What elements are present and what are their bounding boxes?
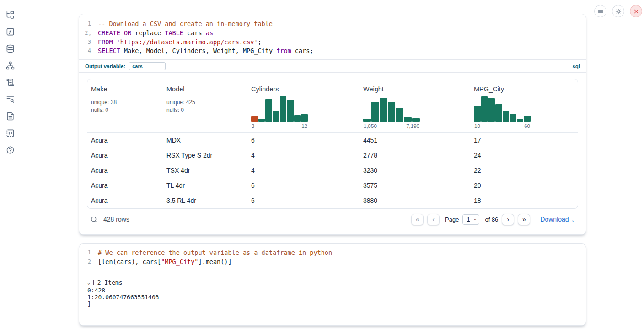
table-cell[interactable]: 3880 [360, 193, 470, 208]
code-line[interactable]: 4SELECT Make, Model, Cylinders, Weight, … [79, 47, 586, 56]
language-badge: sql [572, 63, 580, 69]
table-body: AcuraMDX6445117AcuraRSX Type S 2dr427782… [87, 133, 578, 208]
settings-gear-icon[interactable] [612, 5, 624, 17]
fold-chevron-icon[interactable]: ⌄ [89, 32, 91, 36]
histogram-bar [396, 108, 403, 122]
table-row[interactable]: AcuraTL 4dr6357520 [87, 178, 578, 193]
table-cell[interactable]: 22 [470, 163, 578, 178]
item-key: 1: [87, 294, 95, 301]
table-cell[interactable]: Acura [87, 163, 163, 178]
dependencies-icon[interactable] [6, 61, 15, 70]
functions-icon[interactable] [6, 27, 15, 36]
scratchpad-icon[interactable] [6, 78, 15, 87]
code-line[interactable]: 3FROM 'https://datasets.marimo.app/cars.… [79, 38, 586, 47]
column-header[interactable]: Weight1,8507,190 [360, 79, 470, 133]
histogram-bar [404, 117, 412, 122]
table-cell[interactable]: MDX [163, 133, 247, 148]
code-line[interactable]: 2[len(cars), cars["MPG_City"].mean()] [79, 258, 586, 267]
line-number: 1 [88, 248, 91, 258]
stat-line: nulls: 0 [166, 106, 244, 114]
snippets-icon[interactable] [6, 129, 15, 137]
items-count-label: 2 Items [97, 279, 123, 286]
histogram-bar [363, 119, 371, 122]
table-cell[interactable]: 4451 [360, 133, 470, 148]
histogram-bar [388, 102, 396, 122]
table-row[interactable]: AcuraRSX Type S 2dr4277824 [87, 148, 578, 163]
table-cell[interactable]: 17 [470, 133, 578, 148]
item-value: 428 [95, 287, 105, 294]
pagination: « ‹ Page 1 ⌄ of 86 › » Download ⌄ [411, 214, 575, 225]
line-number-gutter: 3 [79, 38, 93, 47]
table-row[interactable]: Acura3.5 RL 4dr6388018 [87, 193, 578, 208]
table-cell[interactable]: 20 [470, 178, 578, 193]
histogram-bar [265, 99, 272, 122]
histogram-bar [294, 115, 301, 122]
next-page-button[interactable]: › [502, 214, 514, 225]
download-label: Download [540, 216, 569, 223]
close-bracket: ] [87, 301, 578, 307]
menu-button[interactable] [594, 5, 606, 17]
stat-line: unique: 38 [91, 99, 159, 106]
histogram-bar [273, 111, 279, 122]
documentation-icon[interactable] [6, 112, 15, 121]
column-header[interactable]: Makeunique: 38nulls: 0 [87, 79, 163, 133]
axis-min-label: 10 [474, 123, 480, 129]
table-cell[interactable]: TL 4dr [163, 178, 247, 193]
logs-icon[interactable] [6, 95, 15, 104]
python-code-editor[interactable]: 1# We can reference the output variable … [79, 244, 586, 271]
line-number: 2 [88, 258, 91, 267]
first-page-button[interactable]: « [411, 214, 424, 225]
table-cell[interactable]: Acura [87, 133, 163, 148]
code-text: FROM 'https://datasets.marimo.app/cars.c… [93, 38, 262, 47]
axis-max-label: 7,190 [406, 123, 419, 129]
help-icon[interactable] [6, 146, 15, 154]
column-histogram: 1,8507,190 [363, 96, 420, 129]
column-header[interactable]: MPG_City1060 [470, 79, 578, 133]
download-button[interactable]: Download ⌄ [540, 216, 575, 223]
sql-output-area: Makeunique: 38nulls: 0Modelunique: 425nu… [79, 73, 586, 230]
datasources-icon[interactable] [6, 44, 15, 53]
code-line[interactable]: 1# We can reference the output variable … [79, 248, 586, 258]
table-cell[interactable]: Acura [87, 148, 163, 163]
table-cell[interactable]: 24 [470, 148, 578, 163]
histogram-axis: 312 [251, 123, 308, 129]
line-number-gutter: 2 [79, 258, 93, 267]
table-row[interactable]: AcuraMDX6445117 [87, 133, 578, 148]
table-cell[interactable]: 3575 [360, 178, 470, 193]
collapse-chevron-icon[interactable]: ⌄ [87, 280, 90, 285]
histogram-bar [301, 114, 308, 122]
table-cell[interactable]: 6 [247, 133, 360, 148]
table-cell[interactable]: 6 [247, 178, 360, 193]
table-cell[interactable]: 3.5 RL 4dr [163, 193, 247, 208]
shutdown-close-icon[interactable] [630, 5, 642, 17]
table-cell[interactable]: 6 [247, 193, 360, 208]
cars-data-table: Makeunique: 38nulls: 0Modelunique: 425nu… [87, 79, 578, 209]
page-select[interactable]: 1 ⌄ [462, 214, 479, 225]
sql-code-editor[interactable]: 1-- Download a CSV and create an in-memo… [79, 14, 586, 59]
table-cell[interactable]: 4 [247, 148, 360, 163]
list-item: 1:20.060747663551403 [87, 294, 578, 301]
table-row[interactable]: AcuraTSX 4dr4323022 [87, 163, 578, 178]
last-page-button[interactable]: » [518, 214, 530, 225]
file-tree-icon[interactable] [6, 11, 15, 19]
histogram-bar [251, 116, 258, 122]
code-line[interactable]: 2⌄CREATE OR replace TABLE cars as [79, 29, 586, 38]
notebook-actions [594, 5, 642, 17]
table-cell[interactable]: 3230 [360, 163, 470, 178]
item-value: 20.060747663551403 [95, 294, 159, 301]
table-cell[interactable]: 18 [470, 193, 578, 208]
prev-page-button[interactable]: ‹ [427, 214, 440, 225]
table-cell[interactable]: Acura [87, 193, 163, 208]
table-cell[interactable]: RSX Type S 2dr [163, 148, 247, 163]
table-cell[interactable]: 4 [247, 163, 360, 178]
table-cell[interactable]: TSX 4dr [163, 163, 247, 178]
output-variable-input[interactable] [129, 62, 166, 70]
line-number-gutter: 1 [79, 248, 93, 258]
table-cell[interactable]: 2778 [360, 148, 470, 163]
code-line[interactable]: 1-- Download a CSV and create an in-memo… [79, 20, 586, 29]
histogram-bar [488, 98, 495, 122]
table-cell[interactable]: Acura [87, 178, 163, 193]
column-header[interactable]: Modelunique: 425nulls: 0 [163, 79, 247, 133]
column-header[interactable]: Cylinders312 [247, 79, 360, 133]
search-icon[interactable] [90, 216, 98, 223]
